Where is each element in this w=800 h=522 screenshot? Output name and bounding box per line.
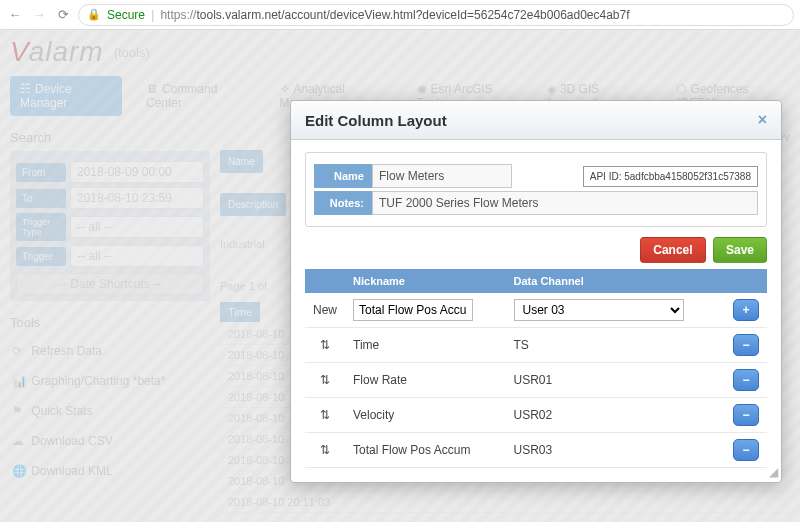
modal-header: Edit Column Layout × (291, 101, 781, 140)
drag-handle-icon[interactable]: ⇅ (305, 328, 345, 363)
column-row: ⇅Flow RateUSR01− (305, 363, 767, 398)
drag-handle-icon[interactable]: ⇅ (305, 433, 345, 468)
new-nickname-input[interactable] (353, 299, 473, 321)
column-row: ⇅Total Flow Pos AccumUSR03− (305, 433, 767, 468)
column-channel: USR02 (506, 398, 726, 433)
back-icon[interactable]: ← (6, 7, 24, 22)
column-nickname: Velocity (345, 398, 505, 433)
column-channel: TS (506, 328, 726, 363)
drag-handle-icon[interactable]: ⇅ (305, 398, 345, 433)
columns-table: Nickname Data Channel New User 03 + ⇅Ti (305, 269, 767, 468)
url-text: https://tools.valarm.net/account/deviceV… (160, 8, 629, 22)
browser-chrome: ← → ⟳ 🔒 Secure | https://tools.valarm.ne… (0, 0, 800, 30)
name-label: Name (314, 164, 372, 188)
notes-input[interactable] (372, 191, 758, 215)
column-nickname: Flow Rate (345, 363, 505, 398)
col-handle-header (305, 269, 345, 293)
save-button[interactable]: Save (713, 237, 767, 263)
column-channel: USR01 (506, 363, 726, 398)
reload-icon[interactable]: ⟳ (54, 7, 72, 22)
modal-title: Edit Column Layout (305, 112, 758, 129)
column-nickname: Time (345, 328, 505, 363)
secure-label: Secure (107, 8, 145, 22)
column-row: ⇅VelocityUSR02− (305, 398, 767, 433)
name-input[interactable] (372, 164, 512, 188)
column-row: ⇅TimeTS− (305, 328, 767, 363)
col-action-header (725, 269, 767, 293)
col-nickname-header: Nickname (345, 269, 505, 293)
lock-icon: 🔒 (87, 8, 101, 21)
new-channel-select[interactable]: User 03 (514, 299, 684, 321)
column-channel: USR03 (506, 433, 726, 468)
resize-handle-icon[interactable]: ◢ (769, 465, 778, 479)
remove-column-button[interactable]: − (733, 404, 759, 426)
api-id-box: API ID: 5adfcbba4158052f31c57388 (583, 166, 758, 187)
notes-label: Notes: (314, 191, 372, 215)
column-nickname: Total Flow Pos Accum (345, 433, 505, 468)
edit-column-layout-modal: Edit Column Layout × Name API ID: 5adfcb… (290, 100, 782, 483)
add-column-button[interactable]: + (733, 299, 759, 321)
col-channel-header: Data Channel (506, 269, 726, 293)
new-label: New (305, 293, 345, 328)
remove-column-button[interactable]: − (733, 334, 759, 356)
cancel-button[interactable]: Cancel (640, 237, 705, 263)
forward-icon[interactable]: → (30, 7, 48, 22)
drag-handle-icon[interactable]: ⇅ (305, 363, 345, 398)
remove-column-button[interactable]: − (733, 369, 759, 391)
address-bar[interactable]: 🔒 Secure | https://tools.valarm.net/acco… (78, 4, 794, 26)
close-icon[interactable]: × (758, 111, 767, 129)
new-column-row: New User 03 + (305, 293, 767, 328)
remove-column-button[interactable]: − (733, 439, 759, 461)
device-properties: Name API ID: 5adfcbba4158052f31c57388 No… (305, 152, 767, 227)
